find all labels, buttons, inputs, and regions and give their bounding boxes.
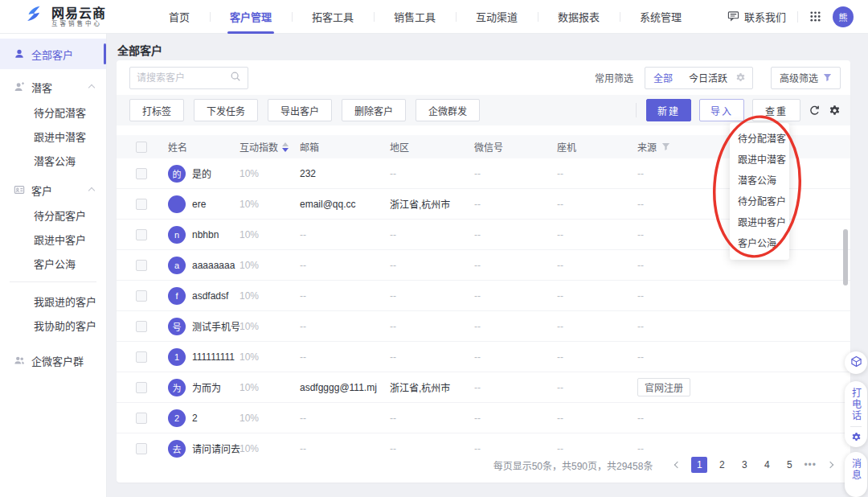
region-cell: -- — [390, 168, 474, 179]
sidebar-item[interactable]: 待分配潜客 — [0, 100, 106, 124]
customer-name[interactable]: 111111111 — [192, 351, 235, 363]
call-settings-gear-icon[interactable] — [851, 432, 862, 445]
page-number[interactable]: 1 — [691, 457, 707, 473]
sidebar-item[interactable]: 我跟进的客户 — [0, 289, 106, 313]
avatar — [168, 195, 186, 213]
sidebar-item[interactable]: 跟进中潜客 — [0, 124, 106, 148]
create-button[interactable]: 新建 — [646, 99, 691, 121]
table-scrollbar[interactable] — [843, 229, 848, 285]
actions-divider — [636, 103, 637, 117]
column-filter-icon[interactable] — [661, 142, 670, 151]
sidebar-item-label: 潜客 — [31, 80, 52, 95]
customer-name[interactable]: 是的 — [192, 166, 211, 180]
nav-item[interactable]: 销售工具 — [374, 0, 456, 34]
row-checkbox[interactable] — [136, 260, 147, 271]
nav-item[interactable]: 首页 — [149, 0, 210, 34]
import-dropdown-item[interactable]: 潜客公海 — [730, 170, 789, 191]
brand-logo[interactable]: 网易云商 互客销售中心 — [0, 5, 149, 28]
customer-name[interactable]: 测试手机号 — [192, 319, 240, 333]
import-dropdown-menu: 待分配潜客跟进中潜客潜客公海待分配客户跟进中客户客户公海 — [730, 123, 789, 260]
row-checkbox[interactable] — [136, 382, 147, 393]
advanced-filter-button[interactable]: 高级筛选 — [771, 67, 841, 89]
table-row[interactable]: 22 10% -- -- -- -- -- — [117, 403, 850, 433]
sidebar-item[interactable]: 跟进中客户 — [0, 227, 106, 251]
customer-name[interactable]: ere — [192, 199, 206, 210]
bulk-action-button[interactable]: 导出客户 — [268, 99, 332, 121]
import-dropdown-item[interactable]: 客户公海 — [730, 233, 789, 254]
row-checkbox[interactable] — [136, 413, 147, 424]
table-row[interactable]: 号测试手机号 10% -- -- -- -- -- — [117, 311, 850, 342]
sidebar-item[interactable]: 客户 — [0, 177, 106, 203]
row-checkbox[interactable] — [136, 351, 147, 363]
sidebar-item[interactable]: 企微客户群 — [0, 345, 106, 376]
table-row[interactable]: fasdfadsf 10% -- -- -- -- -- — [117, 281, 850, 311]
import-dropdown-item[interactable]: 跟进中潜客 — [730, 150, 789, 170]
sidebar-item[interactable]: 待分配客户 — [0, 203, 106, 227]
sidebar-item[interactable]: 我协助的客户 — [0, 313, 106, 337]
sidebar-item[interactable]: 全部客户 — [0, 39, 106, 69]
next-page-button[interactable] — [823, 458, 837, 472]
page-number[interactable]: 5 — [781, 457, 797, 473]
bulk-action-button[interactable]: 下发任务 — [194, 99, 258, 121]
source-cell: -- — [637, 321, 850, 332]
customer-name[interactable]: nbhbn — [192, 229, 219, 240]
bulk-action-button[interactable]: 打标签 — [129, 99, 184, 121]
phone-cell: -- — [557, 413, 637, 424]
import-dropdown-item[interactable]: 跟进中客户 — [730, 212, 789, 233]
sidebar-item[interactable]: 客户公海 — [0, 251, 106, 275]
table-row[interactable]: 1111111111 10% -- -- -- -- -- — [117, 342, 850, 372]
sidebar-item[interactable]: 潜客 — [0, 74, 106, 100]
prev-page-button[interactable] — [670, 458, 685, 472]
sidebar-item[interactable]: 潜客公海 — [0, 148, 106, 172]
table-row[interactable]: 为为而为 10% asdfgggg@111.mj 浙江省,杭州市 -- -- 官… — [117, 372, 850, 403]
nav-item[interactable]: 客户管理 — [210, 0, 292, 34]
dedupe-button[interactable]: 查重 — [752, 99, 800, 121]
contact-us-button[interactable]: 联系我们 — [727, 9, 786, 24]
message-float-widget[interactable]: 消息 — [845, 452, 867, 497]
refresh-icon[interactable] — [809, 105, 821, 117]
page-number[interactable]: 2 — [714, 457, 730, 473]
interaction-score: 10% — [240, 199, 300, 210]
page-number[interactable]: 3 — [736, 457, 752, 473]
nav-item[interactable]: 系统管理 — [620, 0, 702, 34]
sidebar-item-label: 企微客户群 — [31, 353, 84, 368]
filter-chip[interactable]: 今日活跃 — [681, 71, 735, 84]
filter-chip[interactable]: 全部 — [645, 71, 681, 84]
import-dropdown-item[interactable]: 待分配潜客 — [730, 129, 789, 150]
row-checkbox[interactable] — [136, 229, 147, 240]
mini-program-float-button[interactable] — [845, 351, 867, 374]
chevron-up-icon[interactable] — [88, 84, 95, 91]
table-settings-gear-icon[interactable] — [829, 105, 841, 117]
search-icon[interactable] — [230, 71, 241, 84]
import-dropdown-item[interactable]: 待分配客户 — [730, 191, 789, 212]
bulk-action-button[interactable]: 企微群发 — [416, 99, 480, 121]
import-button[interactable]: 导入 — [699, 99, 744, 121]
customer-name[interactable]: 为而为 — [192, 380, 221, 394]
app-grid-icon[interactable] — [809, 10, 821, 23]
nav-item[interactable]: 数据报表 — [538, 0, 620, 34]
row-checkbox[interactable] — [136, 290, 147, 302]
call-float-widget[interactable]: 打电话 — [845, 381, 867, 447]
customer-name[interactable]: aaaaaaaa — [192, 260, 235, 271]
select-all-checkbox[interactable] — [136, 142, 147, 153]
customer-name[interactable]: asdfadsf — [192, 290, 228, 302]
nav-item[interactable]: 拓客工具 — [292, 0, 374, 34]
bulk-action-button[interactable]: 删除客户 — [342, 99, 406, 121]
chevron-up-icon[interactable] — [88, 187, 95, 194]
page-ellipsis[interactable]: ••• — [804, 459, 817, 470]
nav-item[interactable]: 互动渠道 — [456, 0, 538, 34]
page-number[interactable]: 4 — [759, 457, 775, 473]
interaction-score: 10% — [240, 229, 300, 240]
row-checkbox[interactable] — [136, 168, 147, 179]
customer-name[interactable]: 2 — [192, 413, 198, 424]
phone-cell: -- — [557, 229, 637, 240]
sort-icon[interactable] — [282, 142, 289, 152]
user-avatar[interactable]: 熊 — [833, 6, 854, 27]
chip-settings-gear-icon[interactable] — [735, 72, 752, 83]
row-checkbox[interactable] — [136, 321, 147, 332]
search-input[interactable] — [137, 72, 225, 84]
row-checkbox[interactable] — [136, 199, 147, 210]
interaction-score: 10% — [240, 382, 300, 393]
header-divider — [797, 11, 798, 23]
source-cell: -- — [637, 413, 850, 424]
